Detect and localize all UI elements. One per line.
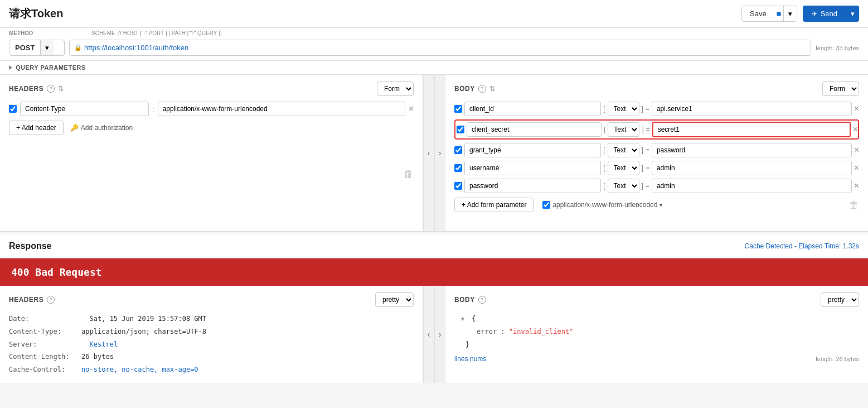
headers-form-select[interactable]: Form [377,81,414,96]
body-row-2: [ Text ] = × [454,143,859,157]
url-labels-row: METHOD SCHEME :// HOST [":" PORT ] [ PAT… [0,28,868,36]
body-type-select-4[interactable]: Text [608,179,639,193]
add-header-button[interactable]: + Add header [9,121,64,135]
body-key-input-2[interactable] [464,143,601,157]
resp-body-title: BODY [454,296,475,304]
content-type-value: application/x-www-form-urlencoded [552,201,657,209]
resp-header-row-2: Server: Kestrel [9,338,414,351]
url-input[interactable] [84,40,806,55]
response-section: Response Cache Detected - Elapsed Time: … [0,234,868,383]
header-delete-0[interactable]: × [409,104,414,114]
resp-headers-pretty-select[interactable]: pretty [375,292,414,307]
body-checkbox-3[interactable] [454,164,462,172]
body-val-input-3[interactable] [652,161,852,175]
json-collapse-arrow[interactable]: ▼ [460,316,465,322]
query-params-section: QUERY PARAMETERS [0,61,868,75]
headers-sort-icon[interactable]: ⇅ [58,85,64,93]
body-type-select-1[interactable]: Text [608,122,639,137]
save-dot [777,12,781,16]
body-type-select-0[interactable]: Text [608,102,639,116]
eq-sign-1: = [646,126,650,133]
collapse-right-button[interactable]: › [434,75,445,231]
content-type-checkbox[interactable] [542,201,550,209]
response-headers-panel: HEADERS ? pretty Date: Sat, 15 Jun 2019 … [0,286,423,383]
body-checkbox-0[interactable] [454,105,462,113]
body-checkbox-1[interactable] [457,126,464,133]
body-val-input-0[interactable] [652,102,852,116]
content-type-dropdown-icon[interactable]: ▾ [660,202,662,208]
body-bottom-actions: + Add form parameter application/x-www-f… [454,198,859,212]
add-auth-button[interactable]: 🔑 Add authorization [70,124,133,132]
body-delete-3[interactable]: × [854,163,859,173]
resp-header-val-3: 26 bytes [81,353,114,361]
body-delete-0[interactable]: × [854,104,859,114]
resp-length-info: length: 26 bytes [816,356,859,362]
body-val-input-2[interactable] [652,143,852,157]
resp-collapse-right-button[interactable]: › [434,286,445,383]
resp-header-val-0: Sat, 15 Jun 2019 15:57:08 GMT [90,315,207,323]
resp-body-header-left: BODY ? [454,296,486,304]
headers-trash-button[interactable]: 🗑 [404,169,414,180]
json-arrow-row: ▼ { [460,313,859,325]
resp-header-spacer-3 [74,353,77,361]
body-delete-2[interactable]: × [854,145,859,155]
query-params-toggle[interactable]: QUERY PARAMETERS [9,64,859,71]
body-type-select-3[interactable]: Text [608,161,639,175]
lines-nums-button[interactable]: lines nums [454,355,486,363]
eq-sign-3: = [646,164,649,172]
json-body: ▼ { error : "invalid_client" } [454,313,859,351]
resp-header-row-0: Date: Sat, 15 Jun 2019 15:57:08 GMT [9,313,414,325]
send-button[interactable]: ✈ Send [803,6,846,22]
resp-body-pretty-select[interactable]: pretty [821,292,859,307]
resp-body-panel-header: BODY ? pretty [454,292,859,307]
save-dropdown-button[interactable]: ▾ [783,6,797,21]
body-key-input-4[interactable] [464,179,601,193]
body-val-input-4[interactable] [652,179,852,193]
body-delete-4[interactable]: × [854,181,859,191]
body-type-select-2[interactable]: Text [608,143,639,157]
method-dropdown-button[interactable]: ▾ [40,40,54,55]
body-sort-icon[interactable]: ⇅ [489,85,495,93]
resp-headers-info-icon: ? [47,296,55,304]
resp-body-info-icon: ? [478,296,486,304]
bracket-close-1: ] [642,126,643,133]
headers-panel: HEADERS ? ⇅ Form : × + Add header 🔑 Add … [0,75,423,231]
body-trash-button[interactable]: 🗑 [849,199,859,211]
body-form-select[interactable]: Form [822,81,859,96]
page-title: 请求Token [9,6,63,21]
header-key-input-0[interactable] [20,102,149,116]
header-row-0: : × [9,102,414,116]
body-checkbox-4[interactable] [454,182,462,190]
top-actions: Save ▾ ✈ Send ▾ [741,6,859,22]
json-open-brace: { [472,315,476,323]
body-row-4: [ Text ] = × [454,179,859,193]
eq-sign-2: = [646,146,649,154]
resp-body-bottom: lines nums length: 26 bytes [454,355,859,363]
body-key-input-1[interactable] [467,122,602,137]
resp-header-spacer-4 [69,366,77,373]
method-select: POST ▾ [9,40,65,56]
content-type-select: application/x-www-form-urlencoded ▾ [542,201,662,209]
save-button[interactable]: Save [742,6,774,21]
body-val-input-1[interactable] [652,122,851,137]
collapse-left-button[interactable]: ‹ [423,75,434,231]
resp-header-key-1: Content-Type: [9,328,61,335]
top-bar: 请求Token Save ▾ ✈ Send ▾ [0,0,868,28]
key-icon: 🔑 [70,124,79,132]
json-string-value: "invalid_client" [509,328,574,335]
resp-header-row-1: Content-Type: application/json; charset=… [9,325,414,338]
bracket-close-3: ] [642,164,643,172]
json-error-row: error : "invalid_client" [460,325,859,338]
send-dropdown-button[interactable]: ▾ [846,6,859,22]
header-checkbox-0[interactable] [9,105,17,113]
body-key-input-0[interactable] [464,102,601,116]
resp-collapse-left-button[interactable]: ‹ [423,286,434,383]
add-header-actions: + Add header 🔑 Add authorization [9,121,414,135]
header-val-input-0[interactable] [158,102,405,116]
body-delete-1[interactable]: × [853,124,858,135]
body-key-input-3[interactable] [464,161,601,175]
add-form-param-button[interactable]: + Add form parameter [454,198,534,212]
status-bar: 400 Bad Request [0,258,868,286]
body-panel-header-left: BODY ? ⇅ [454,85,495,93]
body-checkbox-2[interactable] [454,146,462,154]
